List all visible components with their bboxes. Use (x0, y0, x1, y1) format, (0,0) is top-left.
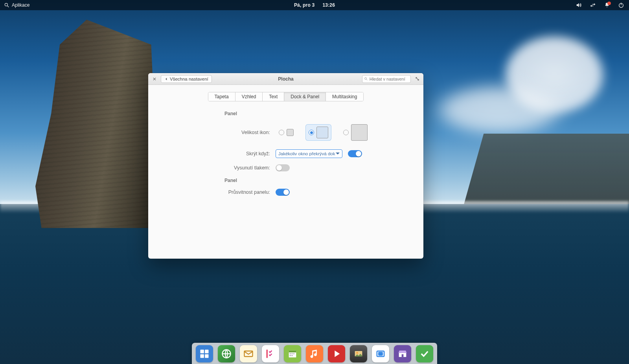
dock-tasks[interactable] (262, 345, 279, 362)
window-titlebar: Všechna nastavení Plocha (148, 73, 423, 85)
notification-badge (607, 2, 611, 5)
svg-rect-11 (205, 354, 208, 358)
close-icon (153, 77, 156, 81)
maximize-icon (415, 77, 419, 81)
music-icon (309, 348, 320, 359)
dock-system-settings[interactable] (416, 345, 433, 362)
icon-size-large[interactable] (340, 122, 371, 143)
network-icon (590, 2, 596, 8)
screenshot-icon (375, 348, 386, 359)
panel-translucency-toggle[interactable] (276, 189, 290, 196)
window-maximize-button[interactable] (413, 75, 421, 83)
notifications-indicator[interactable] (603, 1, 611, 9)
tab-multitasking[interactable]: Multitasking (326, 92, 363, 101)
radio-icon (343, 130, 349, 135)
check-icon (419, 348, 430, 359)
settings-tabs: Tapeta Vzhled Text Dock & Panel Multitas… (208, 92, 364, 101)
applications-label: Aplikace (12, 2, 29, 8)
svg-rect-19 (293, 353, 294, 354)
label-hide-when: Skrýt když: (215, 151, 270, 156)
svg-rect-9 (205, 350, 208, 353)
svg-point-0 (5, 3, 7, 6)
store-icon (397, 348, 408, 359)
mail-icon (243, 348, 254, 359)
volume-icon (576, 2, 582, 8)
play-icon (331, 348, 342, 359)
panel-time[interactable]: 13:26 (322, 2, 335, 8)
back-to-all-settings-button[interactable]: Všechna nastavení (161, 75, 212, 83)
window-title: Plocha (278, 76, 293, 82)
svg-rect-14 (267, 350, 268, 358)
section-heading-panel: Panel (224, 178, 412, 183)
icon-size-swatch-small (287, 129, 294, 136)
applications-menu[interactable]: Aplikace (4, 2, 29, 8)
dock-calendar[interactable] (284, 345, 301, 362)
icon-size-swatch-medium (316, 127, 328, 138)
tab-text[interactable]: Text (263, 92, 284, 101)
svg-rect-20 (290, 355, 291, 356)
label-panel-translucency: Průsvitnost panelu: (215, 189, 270, 195)
svg-rect-26 (402, 354, 404, 357)
photos-icon (353, 348, 364, 359)
hide-mode-toggle[interactable] (348, 150, 362, 157)
svg-rect-25 (379, 353, 382, 355)
settings-search-field[interactable] (362, 75, 411, 83)
dock (192, 343, 437, 364)
dock-screenshot[interactable] (372, 345, 389, 362)
window-close-button[interactable] (151, 75, 158, 83)
dock-web-browser[interactable] (218, 345, 235, 362)
dock-appcenter[interactable] (394, 345, 411, 362)
svg-rect-21 (292, 355, 292, 356)
dock-mail[interactable] (240, 345, 257, 362)
settings-content: Panel Velikost ikon: Skrýt když: (148, 105, 423, 202)
svg-point-23 (356, 352, 358, 354)
radio-icon (309, 130, 314, 135)
tab-appearance[interactable]: Vzhled (235, 92, 263, 101)
dock-videos[interactable] (328, 345, 345, 362)
svg-rect-16 (289, 351, 296, 353)
tab-dock-panel[interactable]: Dock & Panel (284, 92, 326, 101)
svg-rect-8 (200, 350, 204, 353)
tab-wallpaper[interactable]: Tapeta (208, 92, 235, 101)
svg-rect-10 (200, 354, 204, 358)
network-indicator[interactable] (589, 1, 597, 9)
label-pressure-reveal: Vysunutí tlakem: (215, 165, 270, 171)
panel-date[interactable]: Pá, pro 3 (294, 2, 314, 8)
label-icon-size: Velikost ikon: (215, 130, 270, 135)
svg-rect-18 (292, 353, 292, 354)
hide-mode-dropdown[interactable]: Jakékoliv okno překrývá dok (276, 149, 342, 158)
arrow-left-icon (164, 77, 168, 81)
svg-rect-17 (290, 353, 291, 354)
svg-line-1 (7, 6, 9, 7)
power-icon (618, 2, 624, 8)
icon-size-group (276, 122, 371, 143)
hide-mode-value: Jakékoliv okno překrývá dok (278, 151, 335, 156)
icon-size-medium[interactable] (305, 124, 331, 141)
icon-size-swatch-large (351, 124, 368, 141)
chevron-down-icon (336, 153, 340, 156)
top-panel: Aplikace Pá, pro 3 13:26 (0, 0, 629, 10)
workspaces-icon (199, 348, 210, 359)
search-icon (4, 2, 9, 8)
sound-indicator[interactable] (575, 1, 583, 9)
globe-icon (221, 348, 232, 359)
tasks-icon (265, 348, 276, 359)
search-icon (364, 77, 368, 81)
dock-multitasking-view[interactable] (196, 345, 213, 362)
calendar-icon (287, 348, 298, 359)
pressure-reveal-toggle[interactable] (276, 164, 290, 171)
back-label: Všechna nastavení (170, 77, 208, 81)
session-indicator[interactable] (617, 1, 625, 9)
dock-photos[interactable] (350, 345, 367, 362)
settings-search-input[interactable] (370, 77, 409, 81)
dock-music[interactable] (306, 345, 323, 362)
icon-size-small[interactable] (276, 127, 297, 138)
svg-line-7 (366, 79, 367, 80)
section-heading-dock: Panel (224, 111, 412, 116)
svg-point-6 (365, 77, 367, 79)
settings-window: Všechna nastavení Plocha Tapeta Vzhled T… (148, 73, 423, 259)
radio-icon (279, 130, 284, 135)
